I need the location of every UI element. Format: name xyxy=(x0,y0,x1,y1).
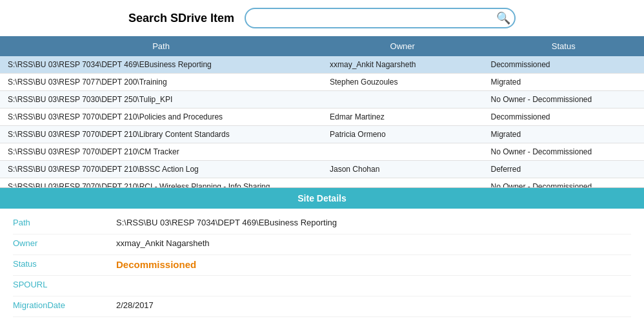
detail-value: S:\RSS\BU 03\RESP 7034\DEPT 469\EBusines… xyxy=(116,218,337,227)
cell-status: No Owner - Decommissioned xyxy=(483,143,645,161)
table-row[interactable]: S:\RSS\BU 03\RESP 7070\DEPT 210\CM Track… xyxy=(0,143,644,161)
cell-path: S:\RSS\BU 03\RESP 7070\DEPT 210\RCI - Wi… xyxy=(0,178,322,189)
table-row[interactable]: S:\RSS\BU 03\RESP 7070\DEPT 210\BSSC Act… xyxy=(0,161,644,178)
detail-row: Ownerxxmay_Ankit Nagarsheth xyxy=(13,234,631,255)
detail-row: StatusDecommissioned xyxy=(13,255,631,276)
cell-owner: Jason Chohan xyxy=(322,161,483,178)
table-row[interactable]: S:\RSS\BU 03\RESP 7034\DEPT 469\EBusines… xyxy=(0,56,644,74)
table-row[interactable]: S:\RSS\BU 03\RESP 7077\DEPT 200\Training… xyxy=(0,74,644,91)
detail-row: PathS:\RSS\BU 03\RESP 7034\DEPT 469\EBus… xyxy=(13,214,631,234)
app-container: Search SDrive Item 🔍 Path Owner Status S… xyxy=(0,0,644,322)
site-details-section: Site Details PathS:\RSS\BU 03\RESP 7034\… xyxy=(0,188,644,322)
col-header-status: Status xyxy=(483,36,645,56)
cell-status: Migrated xyxy=(483,126,645,143)
results-table-container[interactable]: Path Owner Status S:\RSS\BU 03\RESP 7034… xyxy=(0,36,644,188)
cell-owner: Stephen Gouzoules xyxy=(322,74,483,91)
cell-owner: Patricia Ormeno xyxy=(322,126,483,143)
site-details-body: PathS:\RSS\BU 03\RESP 7034\DEPT 469\EBus… xyxy=(0,209,644,322)
cell-owner xyxy=(322,91,483,109)
cell-status: No Owner - Decommissioned xyxy=(483,178,645,189)
detail-label: Owner xyxy=(13,238,116,248)
cell-path: S:\RSS\BU 03\RESP 7070\DEPT 210\Library … xyxy=(0,126,322,143)
search-icon: 🔍 xyxy=(496,12,510,25)
detail-value: xxmay_Ankit Nagarsheth xyxy=(116,238,210,248)
search-input[interactable] xyxy=(245,8,516,28)
cell-owner: Edmar Martinez xyxy=(322,109,483,126)
table-row[interactable]: S:\RSS\BU 03\RESP 7070\DEPT 210\RCI - Wi… xyxy=(0,178,644,189)
cell-status: Decommissioned xyxy=(483,109,645,126)
site-details-header: Site Details xyxy=(0,188,644,209)
cell-path: S:\RSS\BU 03\RESP 7077\DEPT 200\Training xyxy=(0,74,322,91)
col-header-owner: Owner xyxy=(322,36,483,56)
detail-label: MigrationDate xyxy=(13,300,116,310)
cell-status: No Owner - Decommissioned xyxy=(483,91,645,109)
cell-status: Migrated xyxy=(483,74,645,91)
page-title: Search SDrive Item xyxy=(128,12,234,25)
cell-status: Deferred xyxy=(483,161,645,178)
table-row[interactable]: S:\RSS\BU 03\RESP 7030\DEPT 250\Tulip_KP… xyxy=(0,91,644,109)
cell-owner xyxy=(322,143,483,161)
detail-row: SPOURL xyxy=(13,276,631,296)
cell-path: S:\RSS\BU 03\RESP 7070\DEPT 210\BSSC Act… xyxy=(0,161,322,178)
cell-owner xyxy=(322,178,483,189)
col-header-path: Path xyxy=(0,36,322,56)
table-header-row: Path Owner Status xyxy=(0,36,644,56)
search-area: Search SDrive Item 🔍 xyxy=(0,0,644,36)
cell-path: S:\RSS\BU 03\RESP 7030\DEPT 250\Tulip_KP… xyxy=(0,91,322,109)
detail-label: Status xyxy=(13,259,116,269)
detail-label: SPOURL xyxy=(13,280,116,289)
cell-path: S:\RSS\BU 03\RESP 7070\DEPT 210\Policies… xyxy=(0,109,322,126)
table-row[interactable]: S:\RSS\BU 03\RESP 7070\DEPT 210\Library … xyxy=(0,126,644,143)
table-body: S:\RSS\BU 03\RESP 7034\DEPT 469\EBusines… xyxy=(0,56,644,188)
search-button[interactable]: 🔍 xyxy=(496,11,510,25)
search-box-wrapper: 🔍 xyxy=(245,8,516,28)
detail-row: MigrationDate2/28/2017 xyxy=(13,296,631,317)
detail-value: 2/28/2017 xyxy=(116,300,154,310)
cell-path: S:\RSS\BU 03\RESP 7034\DEPT 469\EBusines… xyxy=(0,56,322,74)
detail-value: Decommissioned xyxy=(116,259,196,270)
cell-owner: xxmay_Ankit Nagarsheth xyxy=(322,56,483,74)
detail-label: Path xyxy=(13,218,116,227)
cell-path: S:\RSS\BU 03\RESP 7070\DEPT 210\CM Track… xyxy=(0,143,322,161)
table-row[interactable]: S:\RSS\BU 03\RESP 7070\DEPT 210\Policies… xyxy=(0,109,644,126)
cell-status: Decommissioned xyxy=(483,56,645,74)
results-table: Path Owner Status S:\RSS\BU 03\RESP 7034… xyxy=(0,36,644,188)
